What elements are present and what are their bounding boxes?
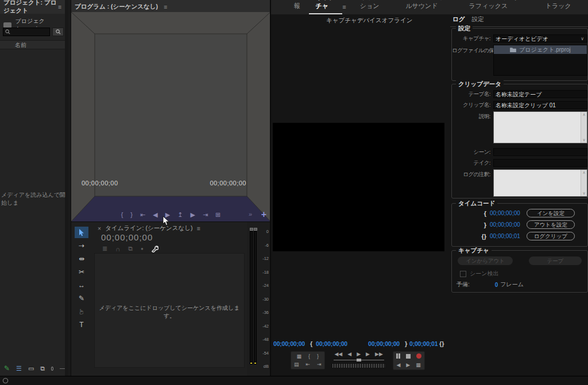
transport-overflow-icon[interactable]: » xyxy=(249,211,252,217)
play-icon[interactable]: ▶ xyxy=(357,351,361,357)
mark-out-icon[interactable]: } xyxy=(130,211,133,219)
tape-name-field[interactable]: 名称未設定テープ xyxy=(493,90,587,98)
project-panel-tab[interactable]: プロジェクト: プロジェクト ≡ xyxy=(0,0,65,14)
capture-duration-timecode[interactable]: 0;00;00;01 xyxy=(409,340,438,347)
shuttle-knob[interactable] xyxy=(357,359,361,361)
scene-field[interactable] xyxy=(493,148,587,156)
panel-menu-icon[interactable]: ≡ xyxy=(196,225,200,232)
name-column-header[interactable]: 名前 xyxy=(0,40,65,49)
tape-icon[interactable]: ▤ xyxy=(294,361,299,367)
slip-tool[interactable]: ↔ xyxy=(75,279,88,291)
rewind-icon[interactable]: ◀◀ xyxy=(334,351,342,357)
capture-out-timecode[interactable]: 00;00;00;00 xyxy=(368,340,400,347)
slate-icon[interactable]: ▦ xyxy=(297,353,302,359)
log-clip-button[interactable]: ログクリップ xyxy=(527,232,575,240)
tab-info[interactable]: 情報 xyxy=(287,0,309,14)
timeline-settings-wrench-icon[interactable] xyxy=(152,246,158,252)
in-timecode-value[interactable]: 00;00;00;00 xyxy=(490,210,527,216)
panel-menu-icon[interactable]: ≡ xyxy=(58,3,61,10)
hand-tool[interactable]: ☞ xyxy=(76,305,87,318)
capture-type-dropdown[interactable]: オーディオとビデオ ∨ xyxy=(493,34,587,42)
shuttle-slider[interactable] xyxy=(334,360,384,360)
freeform-view-icon[interactable]: ⧉ xyxy=(40,365,45,372)
timeline-track-area[interactable]: メディアをここにドロップしてシーケンスを作成します。 xyxy=(94,253,245,368)
mark-in-icon[interactable]: { xyxy=(308,353,310,359)
project-empty-message: メディアを読み込んで開始しま xyxy=(1,191,65,207)
goto-in-icon[interactable]: ⇤ xyxy=(306,361,311,367)
zoom-slider-track[interactable] xyxy=(60,368,65,369)
goto-out-icon[interactable]: ⇥ xyxy=(317,361,322,367)
panel-menu-icon[interactable]: ≡ xyxy=(164,3,167,10)
handles-value[interactable]: 0 xyxy=(495,282,498,288)
capture-in-timecode[interactable]: 00;00;00;00 xyxy=(316,340,347,347)
scene-detect-icon[interactable]: ▦ xyxy=(416,362,421,368)
step-back-icon[interactable]: ◀ xyxy=(153,211,157,219)
textarea-scrollbar[interactable]: ∧ ∨ xyxy=(581,170,587,196)
close-icon[interactable]: × xyxy=(98,225,101,232)
capture-current-timecode[interactable]: 00;00;00;00 xyxy=(273,340,305,347)
goto-out-icon[interactable]: ⇥ xyxy=(203,211,208,219)
log-destination-list[interactable]: プロジェクト.prproj xyxy=(493,45,587,76)
tab-essential-sound[interactable]: エッセンシャルサウンド xyxy=(399,0,456,14)
mark-in-icon[interactable]: { xyxy=(121,211,123,219)
advanced-search-button[interactable] xyxy=(52,28,64,36)
tab-caption[interactable]: キャプション xyxy=(353,0,391,14)
track-select-tool[interactable]: ⇢ xyxy=(75,240,88,251)
slow-reverse-icon[interactable]: ◀ xyxy=(396,362,400,368)
panel-menu-icon[interactable]: ≡ xyxy=(342,3,353,14)
scroll-down-icon[interactable]: ∨ xyxy=(582,138,585,142)
textarea-scrollbar[interactable]: ∧ ∨ xyxy=(581,112,587,143)
lift-icon[interactable]: ↥ xyxy=(177,211,183,219)
step-back-icon[interactable]: ◀ xyxy=(347,351,351,357)
in-to-out-button[interactable]: インからアウト xyxy=(458,256,513,265)
set-out-button[interactable]: アウトを設定 xyxy=(527,220,575,229)
out-timecode-value[interactable]: 00;00;00;00 xyxy=(490,221,527,228)
log-destination-selected-row[interactable]: プロジェクト.prproj xyxy=(494,45,587,54)
pause-button[interactable] xyxy=(396,353,400,360)
pen-tool[interactable]: ✎ xyxy=(75,293,88,304)
log-note-textarea[interactable]: ∧ ∨ xyxy=(493,169,587,197)
clip-name-field[interactable]: 名称未設定クリップ 01 xyxy=(493,101,587,109)
scroll-up-icon[interactable]: ∧ xyxy=(582,170,585,175)
list-view-icon[interactable]: ☰ xyxy=(16,365,22,372)
tab-audio-track[interactable]: オーディオトラック xyxy=(539,0,588,14)
scroll-down-icon[interactable]: ∨ xyxy=(582,191,585,196)
tape-capture-button[interactable]: テープ xyxy=(529,256,582,265)
jog-strip[interactable] xyxy=(332,363,386,368)
fast-forward-icon[interactable]: ▶▶ xyxy=(375,351,383,357)
snap-icon[interactable]: ∩ xyxy=(115,246,120,252)
linked-selection-icon[interactable]: ⧉ xyxy=(128,245,133,252)
tab-essential-graphics[interactable]: エッセンシャルグラフィックス xyxy=(462,0,532,14)
timeline-tab[interactable]: × タイムライン: (シーケンスなし) ≡ xyxy=(98,224,200,232)
slow-forward-icon[interactable]: ▶ xyxy=(406,362,410,368)
scroll-up-icon[interactable]: ∧ xyxy=(582,112,585,117)
tab-capture[interactable]: キャプチャ xyxy=(309,0,343,14)
nest-icon[interactable]: ≣ xyxy=(102,245,107,252)
search-input[interactable] xyxy=(3,28,50,36)
duration-timecode-value[interactable]: 00;00;00;01 xyxy=(490,233,527,239)
tab-logging[interactable]: ログ xyxy=(452,15,465,24)
type-tool[interactable]: T xyxy=(75,319,88,330)
selection-tool[interactable] xyxy=(75,227,88,238)
record-button[interactable] xyxy=(416,353,421,360)
description-textarea[interactable]: ∧ ∨ xyxy=(493,111,587,143)
button-editor-add-icon[interactable]: + xyxy=(261,209,266,220)
tab-settings[interactable]: 設定 xyxy=(472,15,484,24)
program-panel-title: プログラム : (シーケンスなし) xyxy=(75,3,158,11)
scene-detect-checkbox[interactable] xyxy=(460,271,466,277)
export-frame-icon[interactable]: ⊞ xyxy=(215,211,220,219)
step-forward-icon[interactable]: ▶ xyxy=(366,351,370,357)
ripple-edit-tool[interactable]: ⇹ xyxy=(75,253,88,265)
mark-out-icon[interactable]: } xyxy=(317,353,319,359)
timeline-timecode[interactable]: 00;00;00;00 xyxy=(101,232,153,242)
goto-in-icon[interactable]: ⇤ xyxy=(140,211,145,219)
set-in-button[interactable]: インを設定 xyxy=(527,209,575,217)
stop-button[interactable] xyxy=(406,354,411,360)
add-marker-icon[interactable]: ● xyxy=(141,246,144,251)
step-forward-icon[interactable]: ▶ xyxy=(190,211,195,219)
zoom-slider-knob[interactable] xyxy=(51,367,53,371)
capture-timecode-bar: 00;00;00;00 { 00;00;00;00 00;00;00;00 } … xyxy=(271,340,449,348)
icon-view-icon[interactable]: ▭ xyxy=(28,365,34,372)
razor-tool[interactable]: ✂ xyxy=(75,266,88,278)
take-field[interactable] xyxy=(493,159,587,167)
